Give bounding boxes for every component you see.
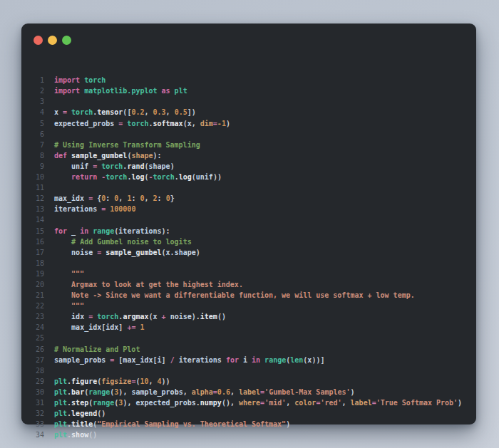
code-line: 27sample_probs = [max_idx[i] / iteration… [34,355,469,365]
code-line: 7# Using Inverse Transform Sampling [34,140,469,150]
code-line: 6 [34,129,469,140]
code-line-text: max_idx[idx] += 1 [54,322,469,333]
code-line-text: noise = sample_gumbel(x.shape) [54,247,469,258]
code-line: 31plt.step(range(3), expected_probs.nump… [34,397,469,408]
code-line-text: plt.step(range(3), expected_probs.numpy(… [54,397,469,408]
code-line-text: plt.bar(range(3), sample_probs, alpha=0.… [54,387,469,397]
line-number: 24 [34,322,44,333]
code-line-text: return -torch.log(-torch.log(unif)) [54,172,469,182]
code-line: 28 [34,365,469,376]
page-background: { "colors": { "bg": "#25282c", "kw": "#d… [0,0,499,448]
code-line: 29plt.figure(figsize=(10, 4)) [34,376,469,387]
code-line: 25 [34,333,469,343]
code-line: 20 Argmax to look at get the highest ind… [34,279,469,290]
line-number: 21 [34,290,44,301]
code-line-text [54,258,469,269]
line-number: 30 [34,387,44,397]
code-line: 19 """ [34,269,469,279]
line-number: 16 [34,236,44,247]
code-line-text: unif = torch.rand(shape) [54,161,469,172]
code-line: 26# Normalize and Plot [34,344,469,355]
code-line-text: # Using Inverse Transform Sampling [54,140,469,150]
line-number: 6 [34,129,44,140]
code-line-text: iterations = 100000 [54,204,469,214]
code-line-text: sample_probs = [max_idx[i] / iterations … [54,355,469,365]
code-line: 30plt.bar(range(3), sample_probs, alpha=… [34,387,469,397]
code-line: 9 unif = torch.rand(shape) [34,161,469,172]
code-line: 4x = torch.tensor([0.2, 0.3, 0.5]) [34,107,469,118]
code-line: 17 noise = sample_gumbel(x.shape) [34,247,469,258]
line-number: 19 [34,269,44,279]
code-line-text [54,333,469,343]
line-number: 28 [34,365,44,376]
window-titlebar[interactable] [21,24,476,53]
line-number: 3 [34,96,44,107]
code-line: 15for _ in range(iterations): [34,226,469,236]
code-line-text: plt.title("Empirical Sampling vs. Theore… [54,419,469,429]
code-line: 2import matplotlib.pyplot as plt [34,85,469,96]
line-number: 27 [34,355,44,365]
code-line-text [54,96,469,107]
code-line: 1import torch [34,75,469,85]
code-line: 10 return -torch.log(-torch.log(unif)) [34,172,469,182]
close-button[interactable] [34,36,43,45]
line-number: 2 [34,85,44,96]
code-line-text: for _ in range(iterations): [54,226,469,236]
line-number: 11 [34,182,44,193]
code-window: 1import torch2import matplotlib.pyplot a… [21,24,476,424]
code-line: 11 [34,182,469,193]
code-line: 14 [34,214,469,225]
code-line-text: plt.show() [54,429,469,440]
code-line: 8def sample_gumbel(shape): [34,150,469,161]
line-number: 17 [34,247,44,258]
line-number: 4 [34,107,44,118]
code-line-text: x = torch.tensor([0.2, 0.3, 0.5]) [54,107,469,118]
line-number: 10 [34,172,44,182]
code-line: 16 # Add Gumbel noise to logits [34,236,469,247]
code-line-text: idx = torch.argmax(x + noise).item() [54,311,469,322]
line-number: 1 [34,75,44,85]
code-editor: 1import torch2import matplotlib.pyplot a… [21,53,476,448]
code-line: 22 """ [34,301,469,311]
line-number: 7 [34,140,44,150]
code-line-text: Note -> Since we want a differentiable f… [54,290,469,301]
line-number: 32 [34,408,44,419]
zoom-button[interactable] [62,36,71,45]
code-line: 5expected_probs = torch.softmax(x, dim=-… [34,118,469,129]
code-line-text [54,129,469,140]
line-number: 26 [34,344,44,355]
line-number: 9 [34,161,44,172]
code-line-text: plt.legend() [54,408,469,419]
code-line-text: import torch [54,75,469,85]
line-number: 15 [34,226,44,236]
line-number: 14 [34,214,44,225]
line-number: 5 [34,118,44,129]
code-line-text [54,182,469,193]
line-number: 12 [34,193,44,204]
code-line: 3 [34,96,469,107]
line-number: 8 [34,150,44,161]
line-number: 20 [34,279,44,290]
code-line-text: max_idx = {0: 0, 1: 0, 2: 0} [54,193,469,204]
line-number: 22 [34,301,44,311]
code-line-text: # Add Gumbel noise to logits [54,236,469,247]
code-line: 13iterations = 100000 [34,204,469,214]
code-line-text: """ [54,301,469,311]
code-line: 32plt.legend() [34,408,469,419]
code-line-text: # Normalize and Plot [54,344,469,355]
code-line: 12max_idx = {0: 0, 1: 0, 2: 0} [34,193,469,204]
code-line-text: plt.figure(figsize=(10, 4)) [54,376,469,387]
line-number: 33 [34,419,44,429]
code-line: 18 [34,258,469,269]
code-line-text: Argmax to look at get the highest index. [54,279,469,290]
minimize-button[interactable] [48,36,57,45]
code-line: 23 idx = torch.argmax(x + noise).item() [34,311,469,322]
code-lines: 1import torch2import matplotlib.pyplot a… [34,75,469,440]
code-line: 24 max_idx[idx] += 1 [34,322,469,333]
code-line-text: """ [54,269,469,279]
code-line-text: def sample_gumbel(shape): [54,150,469,161]
code-line-text [54,214,469,225]
code-line-text: import matplotlib.pyplot as plt [54,85,469,96]
code-line-text: expected_probs = torch.softmax(x, dim=-1… [54,118,469,129]
line-number: 13 [34,204,44,214]
